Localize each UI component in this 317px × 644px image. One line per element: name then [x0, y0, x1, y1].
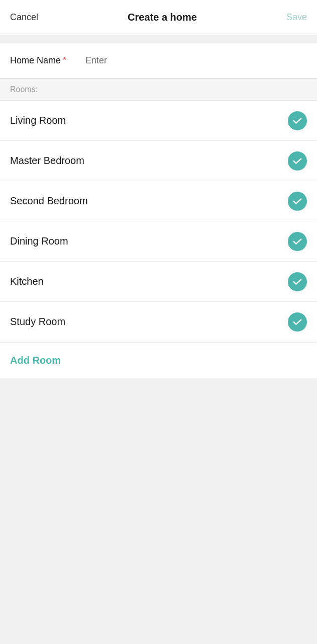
check-icon [288, 151, 307, 171]
room-name: Living Room [10, 115, 66, 126]
add-room-section: Add Room [0, 342, 317, 378]
room-name: Kitchen [10, 276, 44, 287]
top-spacer [0, 35, 317, 43]
check-icon [288, 312, 307, 332]
room-name: Study Room [10, 316, 65, 328]
home-name-label: Home Name * [10, 55, 80, 66]
room-name: Dining Room [10, 235, 68, 247]
check-icon [288, 272, 307, 291]
room-name: Master Bedroom [10, 155, 84, 167]
page-title: Create a home [128, 12, 197, 23]
cancel-button[interactable]: Cancel [10, 12, 38, 23]
room-item-master-bedroom[interactable]: Master Bedroom [0, 141, 317, 181]
room-item-kitchen[interactable]: Kitchen [0, 262, 317, 302]
rooms-section-label: Rooms: [10, 85, 38, 94]
room-item-study-room[interactable]: Study Room [0, 302, 317, 342]
bottom-area [0, 378, 317, 554]
room-item-second-bedroom[interactable]: Second Bedroom [0, 181, 317, 221]
check-icon [288, 192, 307, 211]
check-icon [288, 111, 307, 130]
required-asterisk: * [63, 55, 66, 66]
check-icon [288, 232, 307, 251]
header: Cancel Create a home Save [0, 0, 317, 35]
home-name-input[interactable] [80, 55, 307, 66]
rooms-section-header: Rooms: [0, 78, 317, 101]
rooms-list: Living Room Master Bedroom Second Bedroo… [0, 101, 317, 342]
room-item-dining-room[interactable]: Dining Room [0, 221, 317, 262]
room-name: Second Bedroom [10, 195, 88, 207]
room-item-living-room[interactable]: Living Room [0, 101, 317, 141]
add-room-button[interactable]: Add Room [10, 355, 61, 366]
home-name-text: Home Name [10, 55, 61, 66]
save-button[interactable]: Save [286, 12, 307, 23]
home-name-section: Home Name * [0, 43, 317, 78]
